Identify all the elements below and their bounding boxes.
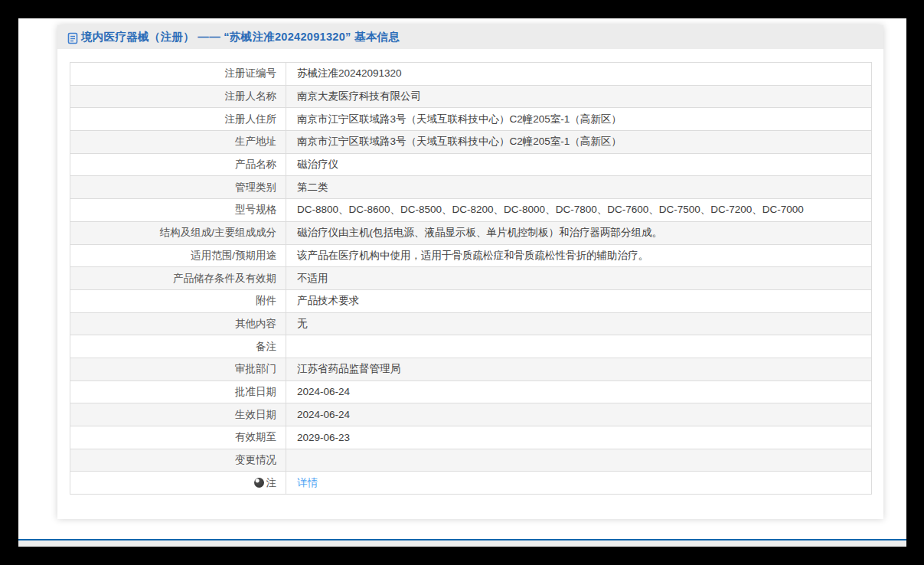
row-label: 审批部门 bbox=[70, 358, 286, 380]
row-label: 生效日期 bbox=[70, 403, 286, 426]
table-row: 注册人住所南京市江宁区联域路3号（天域互联科技中心）C2幢205室-1（高新区） bbox=[70, 108, 872, 131]
row-value: 不适用 bbox=[286, 267, 872, 290]
row-value: 南京大麦医疗科技有限公司 bbox=[286, 85, 872, 108]
table-row: 产品储存条件及有效期不适用 bbox=[70, 267, 872, 290]
row-label: 批准日期 bbox=[70, 380, 286, 403]
table-row: 变更情况 bbox=[70, 449, 872, 472]
row-label: 适用范围/预期用途 bbox=[70, 244, 286, 267]
card-title-bar: 境内医疗器械（注册） —— “苏械注准20242091320” 基本信息 bbox=[57, 25, 883, 49]
table-row: 有效期至2029-06-23 bbox=[70, 426, 872, 449]
row-value: 苏械注准20242091320 bbox=[286, 63, 872, 86]
table-row: 备注 bbox=[70, 335, 872, 358]
page-footer bbox=[18, 539, 906, 547]
row-label: 变更情况 bbox=[70, 449, 286, 472]
row-value: 该产品在医疗机构中使用，适用于骨质疏松症和骨质疏松性骨折的辅助治疗。 bbox=[286, 244, 872, 267]
table-row: 生产地址南京市江宁区联域路3号（天域互联科技中心）C2幢205室-1（高新区） bbox=[70, 131, 872, 154]
row-value: 2024-06-24 bbox=[286, 380, 872, 403]
row-label: 产品名称 bbox=[70, 153, 286, 176]
row-label: 管理类别 bbox=[70, 176, 286, 199]
document-icon bbox=[67, 32, 78, 44]
row-value bbox=[286, 335, 872, 358]
row-value: 南京市江宁区联域路3号（天域互联科技中心）C2幢205室-1（高新区） bbox=[286, 131, 872, 154]
table-row: 附件产品技术要求 bbox=[70, 289, 872, 312]
info-table-body: 注册证编号苏械注准20242091320注册人名称南京大麦医疗科技有限公司注册人… bbox=[70, 63, 872, 495]
table-row: 管理类别第二类 bbox=[70, 176, 872, 199]
row-value: 2024-06-24 bbox=[286, 403, 872, 426]
row-label: 结构及组成/主要组成成分 bbox=[70, 221, 286, 244]
table-row: 其他内容无 bbox=[70, 312, 872, 335]
row-label: 注册人名称 bbox=[70, 85, 286, 108]
table-row: 注册人名称南京大麦医疗科技有限公司 bbox=[70, 85, 872, 108]
row-value: DC-8800、DC-8600、DC-8500、DC-8200、DC-8000、… bbox=[286, 199, 872, 222]
info-card: 境内医疗器械（注册） —— “苏械注准20242091320” 基本信息 注册证… bbox=[57, 25, 883, 519]
row-label: 备注 bbox=[70, 335, 286, 358]
row-value: 详情 bbox=[286, 472, 872, 495]
row-value: 无 bbox=[286, 312, 872, 335]
table-row: 生效日期2024-06-24 bbox=[70, 403, 872, 426]
row-label: 注 bbox=[70, 472, 286, 495]
row-label: 生产地址 bbox=[70, 131, 286, 154]
row-label: 附件 bbox=[70, 289, 286, 312]
row-value: 第二类 bbox=[286, 176, 872, 199]
page: 境内医疗器械（注册） —— “苏械注准20242091320” 基本信息 注册证… bbox=[18, 18, 906, 547]
row-label: 型号规格 bbox=[70, 199, 286, 222]
row-value: 磁治疗仪 bbox=[286, 153, 872, 176]
row-label: 有效期至 bbox=[70, 426, 286, 449]
table-row: 结构及组成/主要组成成分磁治疗仪由主机(包括电源、液晶显示板、单片机控制板）和治… bbox=[70, 221, 872, 244]
row-label: 注册证编号 bbox=[70, 63, 286, 86]
note-icon bbox=[254, 478, 264, 488]
row-value: 南京市江宁区联域路3号（天域互联科技中心）C2幢205室-1（高新区） bbox=[286, 108, 872, 131]
table-row: 型号规格DC-8800、DC-8600、DC-8500、DC-8200、DC-8… bbox=[70, 199, 872, 222]
row-value: 产品技术要求 bbox=[286, 289, 872, 312]
row-value: 2029-06-23 bbox=[286, 426, 872, 449]
row-value bbox=[286, 449, 872, 472]
table-row: 注册证编号苏械注准20242091320 bbox=[70, 63, 872, 86]
row-label-text: 注 bbox=[266, 477, 277, 488]
registration-info-table: 注册证编号苏械注准20242091320注册人名称南京大麦医疗科技有限公司注册人… bbox=[70, 62, 872, 495]
table-wrap: 注册证编号苏械注准20242091320注册人名称南京大麦医疗科技有限公司注册人… bbox=[70, 62, 872, 495]
table-row: 产品名称磁治疗仪 bbox=[70, 153, 872, 176]
table-row: 注详情 bbox=[70, 472, 872, 495]
table-row: 批准日期2024-06-24 bbox=[70, 380, 872, 403]
row-label: 注册人住所 bbox=[70, 108, 286, 131]
table-row: 适用范围/预期用途该产品在医疗机构中使用，适用于骨质疏松症和骨质疏松性骨折的辅助… bbox=[70, 244, 872, 267]
row-label: 其他内容 bbox=[70, 312, 286, 335]
page-title: 境内医疗器械（注册） —— “苏械注准20242091320” 基本信息 bbox=[81, 30, 400, 44]
row-value: 江苏省药品监督管理局 bbox=[286, 358, 872, 380]
details-link[interactable]: 详情 bbox=[297, 477, 318, 488]
row-label: 产品储存条件及有效期 bbox=[70, 267, 286, 290]
row-value: 磁治疗仪由主机(包括电源、液晶显示板、单片机控制板）和治疗器两部分组成。 bbox=[286, 221, 872, 244]
table-row: 审批部门江苏省药品监督管理局 bbox=[70, 358, 872, 380]
